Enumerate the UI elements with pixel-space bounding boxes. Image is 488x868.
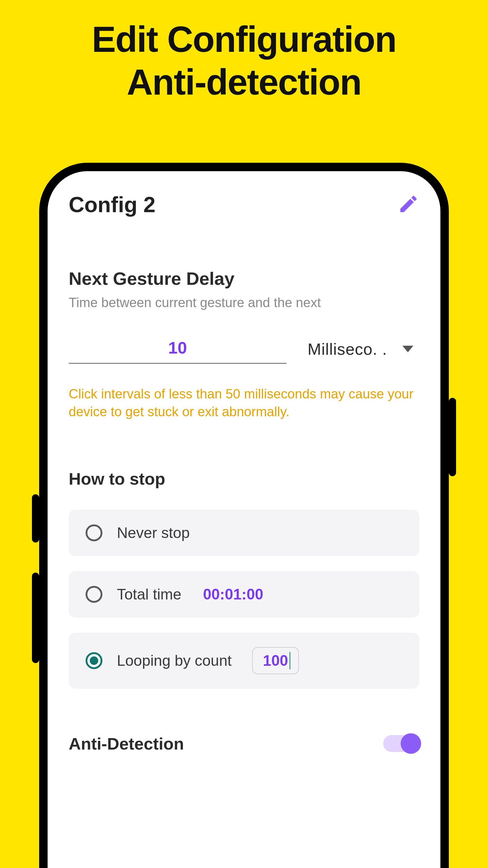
edit-icon[interactable] [398,193,419,216]
promo-line-1: Edit Configuration [0,18,488,61]
stop-option-label: Looping by count [117,652,232,670]
anti-detection-toggle[interactable] [383,735,419,752]
delay-unit-label: Milliseco. . [307,340,387,358]
delay-warning-text: Click intervals of less than 50 millisec… [69,385,419,421]
phone-frame: Config 2 Next Gesture Delay Time between… [39,163,449,868]
delay-input-row: Milliseco. . [69,334,419,364]
delay-value-input[interactable] [69,334,287,364]
promo-banner: Edit Configuration Anti-detection [0,0,488,103]
stop-option-total-time[interactable]: Total time 00:01:00 [69,571,419,618]
power-button-icon [449,398,456,476]
app-screen: Config 2 Next Gesture Delay Time between… [47,171,441,753]
radio-icon [86,524,102,541]
toggle-knob-icon [401,733,421,754]
volume-button-icon [32,494,39,542]
delay-subtitle: Time between current gesture and the nex… [69,295,419,310]
page-title: Config 2 [69,192,156,217]
delay-unit-select[interactable]: Milliseco. . [304,340,419,364]
radio-selected-icon [86,652,102,669]
anti-detection-label: Anti-Detection [69,734,184,753]
stop-option-label: Total time [117,586,181,603]
total-time-value[interactable]: 00:01:00 [203,586,263,603]
screen-header: Config 2 [69,192,419,217]
anti-detection-row: Anti-Detection [69,734,419,753]
chevron-down-icon [402,346,413,352]
stop-option-label: Never stop [117,524,190,541]
stop-option-never[interactable]: Never stop [69,510,419,556]
loop-count-input[interactable]: 100 [252,647,299,674]
stop-option-loop-count[interactable]: Looping by count 100 [69,632,419,689]
volume-button-icon [32,572,39,663]
radio-icon [86,586,102,603]
stop-section-title: How to stop [69,469,419,489]
promo-line-2: Anti-detection [0,61,488,104]
delay-section-title: Next Gesture Delay [69,268,419,289]
